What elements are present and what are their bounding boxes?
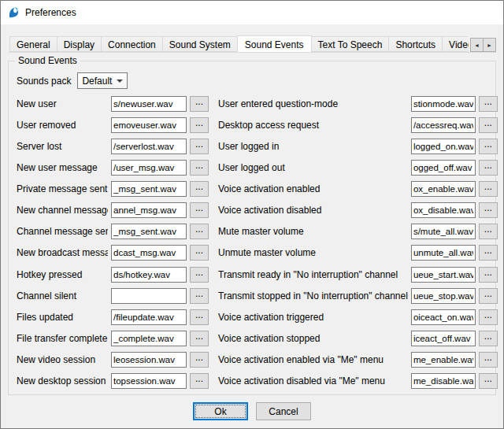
sound-file-input[interactable] xyxy=(111,373,187,389)
browse-button[interactable]: ... xyxy=(479,181,498,197)
sound-event-row: Mute master volume... xyxy=(218,224,498,240)
sound-events-tab-panel: Sound Events Sounds pack Default New use… xyxy=(8,52,496,420)
tab-bar: GeneralDisplayConnectionSound SystemSoun… xyxy=(8,35,496,52)
browse-button[interactable]: ... xyxy=(479,373,498,389)
cancel-button[interactable]: Cancel xyxy=(256,402,311,420)
browse-button[interactable]: ... xyxy=(190,352,209,368)
tab-connection[interactable]: Connection xyxy=(101,36,163,52)
browse-button[interactable]: ... xyxy=(190,139,209,154)
sound-file-input[interactable] xyxy=(411,139,476,154)
sound-file-input[interactable] xyxy=(111,224,187,239)
sound-file-input[interactable] xyxy=(111,160,187,176)
sounds-pack-value: Default xyxy=(82,76,112,87)
browse-button[interactable]: ... xyxy=(190,117,209,133)
sound-events-groupbox: Sound Events Sounds pack Default New use… xyxy=(8,61,496,395)
browse-button[interactable]: ... xyxy=(190,309,209,325)
browse-button[interactable]: ... xyxy=(479,139,498,154)
tab-display[interactable]: Display xyxy=(57,36,102,52)
sound-event-label: User logged out xyxy=(218,162,408,173)
sound-file-input[interactable] xyxy=(411,245,476,261)
sound-file-input[interactable] xyxy=(411,309,476,325)
sound-file-input[interactable] xyxy=(111,352,187,368)
sound-file-input[interactable] xyxy=(111,117,187,133)
sound-file-input[interactable] xyxy=(111,202,187,218)
browse-button[interactable]: ... xyxy=(479,96,498,112)
sound-file-input[interactable] xyxy=(111,288,187,304)
tab-shortcuts[interactable]: Shortcuts xyxy=(388,36,443,52)
sound-event-row: Desktop access request... xyxy=(218,116,498,133)
sound-file-input[interactable] xyxy=(411,267,476,283)
sound-event-row: Voice activation disabled... xyxy=(218,202,498,219)
sound-event-row: New video session... xyxy=(17,352,212,368)
sound-event-label: File transfer complete xyxy=(17,333,108,344)
sound-file-input[interactable] xyxy=(411,224,476,239)
sound-event-label: New video session xyxy=(17,354,108,365)
sound-file-input[interactable] xyxy=(411,373,476,389)
sound-event-row: User logged in... xyxy=(218,138,498,154)
ok-button[interactable]: Ok xyxy=(193,402,248,420)
sound-file-input[interactable] xyxy=(111,96,187,112)
sound-file-input[interactable] xyxy=(411,117,476,133)
browse-button[interactable]: ... xyxy=(190,224,209,239)
browse-button[interactable]: ... xyxy=(190,202,209,218)
browse-button[interactable]: ... xyxy=(479,202,498,218)
browse-button[interactable]: ... xyxy=(190,160,209,176)
tab-scroll-left-button[interactable]: ◄ xyxy=(470,38,484,52)
sound-event-row: User logged out... xyxy=(218,159,498,176)
sound-event-label: User entered question-mode xyxy=(218,98,408,109)
tab-text-to-speech[interactable]: Text To Speech xyxy=(311,36,390,52)
tab-video[interactable]: Video xyxy=(442,36,469,52)
sound-event-label: New desktop session xyxy=(17,375,108,386)
sound-file-input[interactable] xyxy=(111,267,187,283)
browse-button[interactable]: ... xyxy=(479,352,498,368)
sound-file-input[interactable] xyxy=(411,352,476,368)
browse-button[interactable]: ... xyxy=(479,288,498,304)
sound-file-input[interactable] xyxy=(411,181,476,197)
sound-file-input[interactable] xyxy=(111,245,187,261)
browse-button[interactable]: ... xyxy=(479,331,498,346)
sound-file-input[interactable] xyxy=(411,288,476,304)
sound-file-input[interactable] xyxy=(111,181,187,197)
tab-scroll-control: ◄ ► xyxy=(470,38,496,52)
sound-event-row: Channel message sent... xyxy=(17,224,212,240)
tab-sound-events[interactable]: Sound Events xyxy=(237,35,312,52)
sound-event-label: Hotkey pressed xyxy=(17,269,108,280)
sound-file-input[interactable] xyxy=(111,309,187,325)
sound-event-label: Channel message sent xyxy=(17,226,108,237)
sound-file-input[interactable] xyxy=(111,331,187,346)
sound-file-input[interactable] xyxy=(111,139,187,154)
sound-event-row: User removed... xyxy=(17,116,212,133)
sound-event-row: Transmit stopped in "No interruption" ch… xyxy=(218,287,498,304)
browse-button[interactable]: ... xyxy=(479,224,498,239)
sound-file-input[interactable] xyxy=(411,160,476,176)
sound-event-row: Voice activation stopped... xyxy=(218,331,498,347)
arrow-right-icon: ► xyxy=(487,43,492,48)
title-bar: Preferences xyxy=(1,1,503,24)
sound-file-input[interactable] xyxy=(411,331,476,346)
sound-event-row: Channel silent... xyxy=(17,287,212,304)
sound-event-label: Voice activation enabled xyxy=(218,183,408,194)
sounds-pack-select[interactable]: Default xyxy=(77,72,128,89)
sound-event-label: Desktop access request xyxy=(218,120,408,131)
browse-button[interactable]: ... xyxy=(479,309,498,325)
browse-button[interactable]: ... xyxy=(190,181,209,197)
sound-file-input[interactable] xyxy=(411,202,476,218)
tab-sound-system[interactable]: Sound System xyxy=(162,36,238,52)
sound-event-row: New channel message... xyxy=(17,202,212,219)
browse-button[interactable]: ... xyxy=(479,245,498,261)
browse-button[interactable]: ... xyxy=(190,96,209,112)
browse-button[interactable]: ... xyxy=(479,267,498,283)
sound-file-input[interactable] xyxy=(411,96,476,112)
browse-button[interactable]: ... xyxy=(190,373,209,389)
browse-button[interactable]: ... xyxy=(479,160,498,176)
browse-button[interactable]: ... xyxy=(190,245,209,261)
browse-button[interactable]: ... xyxy=(479,117,498,133)
browse-button[interactable]: ... xyxy=(190,331,209,346)
browse-button[interactable]: ... xyxy=(190,288,209,304)
sound-event-row: Private message sent... xyxy=(17,181,212,198)
browse-button[interactable]: ... xyxy=(190,267,209,283)
sound-event-row: Transmit ready in "No interruption" chan… xyxy=(218,266,498,283)
tab-general[interactable]: General xyxy=(9,36,57,52)
tab-scroll-right-button[interactable]: ► xyxy=(483,38,496,52)
sounds-pack-label: Sounds pack xyxy=(17,76,71,87)
